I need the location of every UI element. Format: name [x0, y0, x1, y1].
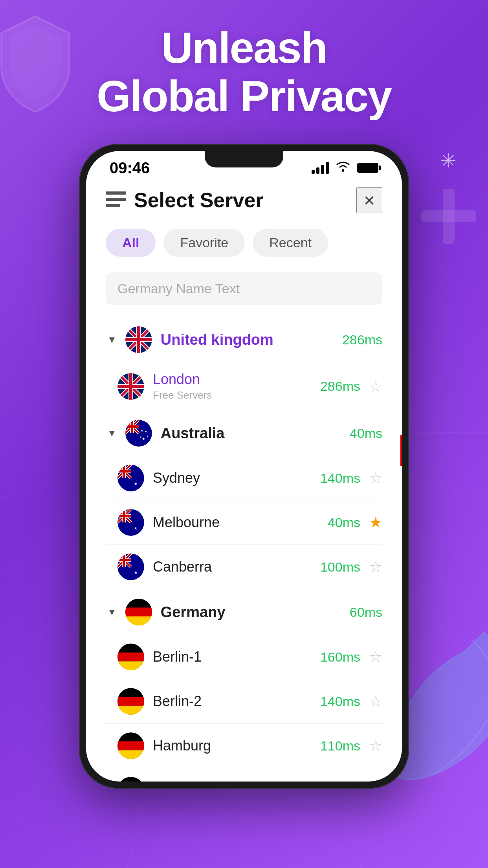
country-au[interactable]: ▼ [106, 410, 382, 456]
hero-title: Unleash Global Privacy [65, 24, 423, 120]
flag-au: ★ ★ ★ ★ ★ [125, 420, 152, 447]
svg-text:★: ★ [134, 482, 138, 486]
svg-text:★: ★ [134, 526, 138, 530]
svg-text:★: ★ [139, 436, 141, 438]
phone-frame: 09:46 [79, 144, 409, 789]
status-icons [312, 160, 378, 175]
au-latency: 40ms [350, 426, 382, 441]
svg-text:★: ★ [145, 430, 147, 433]
close-button[interactable]: × [356, 187, 382, 213]
country-uk[interactable]: ▼ [106, 317, 382, 362]
deco-star-icon: ✳ [440, 149, 457, 172]
wifi-icon [335, 160, 351, 175]
tab-favorite[interactable]: Favorite [163, 229, 245, 257]
status-time: 09:46 [110, 159, 150, 177]
server-list: ▼ [106, 317, 382, 782]
flag-sydney: ★ [117, 465, 144, 491]
svg-text:★: ★ [141, 429, 143, 432]
london-latency: 286ms [320, 379, 360, 394]
city-sydney[interactable]: ★ Sydney 140ms ☆ [106, 456, 382, 500]
city-melbourne[interactable]: ★ Melbourne 40ms ★ [106, 500, 382, 545]
svg-text:★: ★ [146, 435, 148, 438]
country-name-au: Australia [161, 425, 341, 442]
flag-canberra: ★ [117, 554, 144, 580]
flag-nuremberg [117, 777, 144, 782]
london-star[interactable]: ☆ [369, 378, 382, 395]
flag-london [117, 373, 144, 400]
berlin1-latency: 160ms [320, 649, 360, 665]
svg-rect-90 [117, 653, 144, 662]
tab-bar: All Favorite Recent [106, 229, 382, 257]
flag-berlin2 [117, 688, 144, 715]
flag-melbourne: ★ [117, 509, 144, 536]
country-de[interactable]: ▼ [106, 589, 382, 635]
berlin2-star[interactable]: ☆ [369, 693, 382, 710]
canberra-star[interactable]: ☆ [369, 558, 382, 576]
berlin1-star[interactable]: ☆ [369, 648, 382, 666]
header-left: Select Server [106, 188, 264, 212]
app-header: Select Server × [106, 187, 382, 213]
tab-recent[interactable]: Recent [253, 229, 328, 257]
flag-uk [125, 326, 152, 353]
city-canberra[interactable]: ★ Canberra 100ms ☆ [106, 545, 382, 589]
server-icon [106, 191, 126, 209]
berlin2-latency: 140ms [320, 694, 360, 709]
city-london[interactable]: London Free Servers 286ms ☆ [106, 362, 382, 410]
svg-text:★: ★ [134, 570, 138, 575]
city-name-berlin1: Berlin-1 [153, 649, 312, 665]
svg-rect-13 [421, 210, 476, 222]
canberra-latency: 100ms [320, 559, 360, 575]
city-name-melbourne: Melbourne [153, 514, 319, 531]
melbourne-latency: 40ms [328, 515, 360, 530]
phone-notch [205, 151, 283, 167]
phone-screen: 09:46 [86, 151, 402, 782]
country-name-uk: United kingdom [161, 331, 334, 348]
flag-de [125, 599, 152, 625]
tab-all[interactable]: All [106, 229, 156, 257]
de-latency: 60ms [350, 605, 382, 620]
hamburg-star[interactable]: ☆ [369, 737, 382, 754]
svg-point-99 [117, 777, 144, 782]
svg-rect-91 [117, 662, 144, 671]
flag-hamburg [117, 732, 144, 759]
city-name-berlin2: Berlin-2 [153, 693, 312, 710]
svg-rect-97 [117, 741, 144, 750]
city-name-canberra: Canberra [153, 559, 312, 575]
country-name-de: Germany [161, 604, 341, 621]
city-name-hamburg: Hamburg [153, 737, 312, 754]
svg-text:★: ★ [141, 437, 145, 441]
uk-latency: 286ms [342, 332, 382, 348]
hamburg-latency: 110ms [320, 738, 360, 754]
signal-icon [312, 162, 329, 174]
phone-side-button [400, 435, 402, 466]
search-input[interactable]: Germany Name Text [106, 272, 382, 305]
app-content: Select Server × All Favorite Recent Germ… [86, 179, 402, 782]
svg-rect-95 [117, 706, 144, 715]
city-berlin2[interactable]: Berlin-2 140ms ☆ [106, 679, 382, 724]
melbourne-star[interactable]: ★ [369, 514, 382, 531]
city-name-london: London Free Servers [153, 371, 312, 401]
city-hamburg[interactable]: Hamburg 110ms ☆ [106, 724, 382, 768]
battery-icon [357, 163, 378, 173]
svg-rect-94 [117, 697, 144, 706]
chevron-au-icon: ▼ [107, 428, 117, 439]
flag-berlin1 [117, 644, 144, 670]
background: ✳ Unleash Global Privacy 09:46 [0, 0, 488, 868]
sydney-star[interactable]: ☆ [369, 469, 382, 487]
chevron-uk-icon: ▼ [107, 334, 117, 345]
svg-rect-98 [117, 750, 144, 760]
city-name-sydney: Sydney [153, 470, 312, 486]
sydney-latency: 140ms [320, 471, 360, 486]
svg-point-14 [342, 169, 344, 172]
city-nuremberg[interactable]: Nuremberg 60ms ☆ [106, 768, 382, 782]
deco-plus-icon [421, 189, 476, 244]
header-title: Select Server [134, 188, 264, 212]
city-berlin1[interactable]: Berlin-1 160ms ☆ [106, 635, 382, 679]
chevron-de-icon: ▼ [107, 607, 117, 618]
